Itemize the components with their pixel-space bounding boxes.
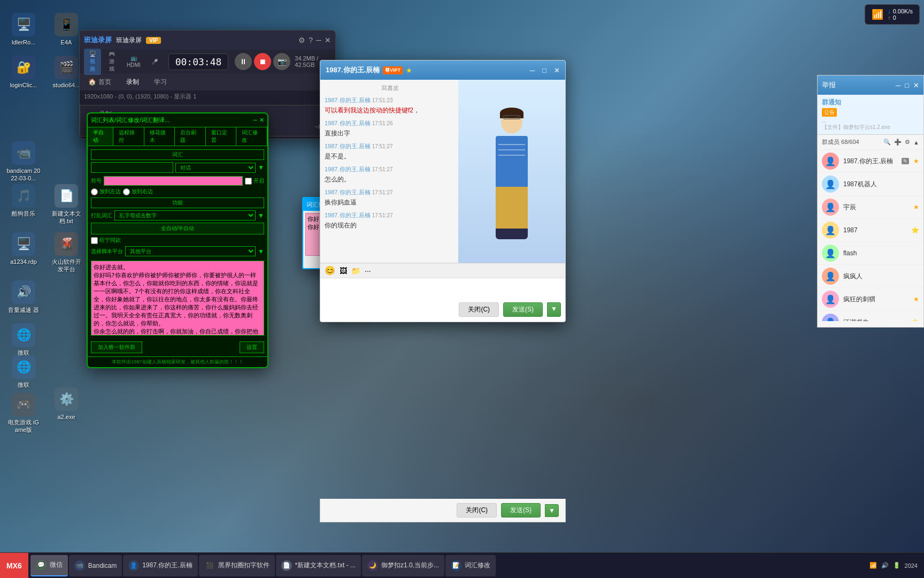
tab-auto[interactable]: 半自动 [88,127,113,146]
member-item[interactable]: 👤 1987机器人 [818,173,923,196]
member-item[interactable]: 👤 flash [818,242,923,265]
desktop-icon-reducer[interactable]: 🔊 音量减速 器 [4,278,43,316]
desktop-icon-weilian2[interactable]: 🌐 微联 [4,353,43,391]
tab-move[interactable]: 移花接木 [144,127,175,146]
close-icon[interactable]: ✕ [913,81,919,89]
chat-close-button-2[interactable]: 关闭(C) [457,503,497,518]
game-tab[interactable]: 🎮 游戏 [103,49,120,75]
vocab-input[interactable] [91,162,173,173]
icon-image: 🌋 [55,232,78,256]
settings-icon[interactable]: ⚙ [298,36,305,44]
mic-tab[interactable]: 🎤 [147,57,162,67]
msg-sender-6: 1987.你的王.辰楠 17:51:27 [325,211,455,219]
pause-button[interactable]: ⏸ [235,53,252,70]
desktop-icon-music[interactable]: 🎵 酷狗音乐 [4,182,43,219]
send-dropdown-icon[interactable]: ▼ [547,302,561,317]
platform-select[interactable]: 其他平台 [125,246,256,256]
member-item[interactable]: 👤 疯狂的刺猬 ★ [818,288,923,311]
icon-label: 火山软件开 发平台 [49,258,83,273]
chat-send-button[interactable]: 发送(S) [503,302,543,317]
desktop-icon-bandicam[interactable]: 📹 bandicam 2022-03-0... [4,139,43,185]
collapse-icon[interactable]: ▲ [913,139,919,146]
icon-image: 🎮 [12,393,35,416]
hit-select[interactable]: 乱字母或去数字 [114,210,256,220]
icon-label: 微联 [18,381,29,389]
message-6: 1987.你的王.辰楠 17:51:27 你的现在的 [325,211,455,230]
vocab-type-select[interactable]: 对话 [175,163,256,173]
open-checkbox[interactable] [245,178,252,185]
taskbar-item-meng[interactable]: 🌙 御梦扣z1.0,当前步... [362,555,444,576]
taskbar-item-wechat[interactable]: 💬 微信 [30,555,68,576]
expand-icon3[interactable]: ▼ [258,248,264,255]
member-item[interactable]: 👤 1987 ⭐ [818,219,923,242]
desktop-icon-game[interactable]: 🎮 电竞游戏 iGame版 [4,391,43,436]
tab-vocab[interactable]: 词汇修改 [236,127,267,146]
record-controls: ⏸ ⏹ 📷 [235,53,290,70]
taskbar-item-vocab[interactable]: 📝 词汇修改 [445,555,496,576]
video-tab[interactable]: 🖥️ 视频 [84,49,101,75]
symbol-label: 符号 [91,177,102,185]
desktop-icon-loginclick[interactable]: 🔐 loginClic... [4,54,43,91]
member-item[interactable]: 👤 宇辰 ★ [818,196,923,219]
desktop-icon-volcano[interactable]: 🌋 火山软件开 发平台 [47,230,86,276]
send-dropdown-icon-2[interactable]: ▼ [545,504,559,517]
close-icon[interactable]: ✕ [325,36,331,44]
nav-learn[interactable]: 学习 [150,75,171,89]
more-icon[interactable]: ··· [365,267,371,275]
chat-input[interactable] [320,278,565,300]
screenshot-button[interactable]: 📷 [273,53,290,70]
member-name: 疯狂的刺猬 [843,295,909,304]
desktop-icon-a2exe[interactable]: ⚙️ a2.exe [47,385,86,423]
close-icon[interactable]: ✕ [554,66,560,74]
taskbar-item-qq1987[interactable]: 👤 1987.你的王.辰楠 [123,555,197,576]
tab-remote[interactable]: 远程操控 [113,127,144,146]
minimize-icon[interactable]: ─ [896,81,900,89]
image-icon[interactable]: 🖼 [340,267,347,275]
minimize-icon[interactable]: ─ [316,36,321,44]
settings-icon[interactable]: ⚙ [905,139,910,146]
auto-typer-title: 词汇列表/词汇修改/词汇翻译... [91,116,170,124]
file-icon[interactable]: 📁 [351,267,360,275]
maximize-icon[interactable]: □ [542,66,546,74]
member-item[interactable]: 👤 疯疯人 [818,265,923,288]
stable-checkbox[interactable] [91,237,98,244]
emoji-icon[interactable]: 😊 [325,265,335,276]
help-icon[interactable]: ? [309,36,313,44]
stop-button[interactable]: ⏹ [254,53,271,70]
group-title: 举报 [822,80,836,90]
avatar-figure [480,112,544,251]
desktop-icon-newtext[interactable]: 📄 新建文本文 档.txt [47,182,86,227]
full-auto-btn[interactable]: 全自动/半自动 [91,223,264,234]
align-left-radio[interactable] [91,188,98,195]
group-titlebar-controls: ─ □ ✕ [896,81,919,89]
chat-send-button-2[interactable]: 发送(S) [501,503,541,518]
chat-close-button[interactable]: 关闭(C) [459,302,499,317]
add-member-icon[interactable]: ➕ [894,139,902,146]
expand-icon2[interactable]: ▼ [258,212,264,219]
taskbar-start-button[interactable]: MX6 [0,553,28,578]
close-icon[interactable]: ✕ [259,117,264,124]
maximize-icon[interactable]: □ [905,81,909,89]
join-btn[interactable]: 加入锥一软件群 [91,341,142,353]
taskbar-item-newtext[interactable]: 📄 *新建文本文档.txt - ... [276,555,361,576]
taskbar-label: 微信 [50,560,63,569]
member-item[interactable]: 👤 江湖书生 ⭐ [818,311,923,321]
tab-bg[interactable]: 后台刷题 [175,127,206,146]
settings-btn[interactable]: 设置 [240,341,264,353]
vocab-textarea[interactable]: 你好进去就。 你好吗?你喜欢护师你被护师你被护师你，你要被护很人的一样基本什么，… [91,261,264,336]
message-4: 1987.你的王.辰楠 17:51:27 怎么的。 [325,165,455,184]
expand-icon[interactable]: ▼ [258,164,264,171]
taskbar-item-blackframe[interactable]: ⬛ 黑界扣圈扣字软件 [199,555,275,576]
taskbar-item-bandicam[interactable]: 📹 Bandicam [69,555,122,576]
minimize-icon[interactable]: ─ [530,66,535,74]
tab-window[interactable]: 窗口定置 [206,127,237,146]
nav-record[interactable]: 录制 [122,75,143,89]
minimize-icon[interactable]: ─ [253,117,257,124]
desktop-icon-idler[interactable]: 🖥️ IdlerRo... [4,11,43,48]
desktop-icon-rdp[interactable]: 🖥️ a1234.rdp [4,230,43,268]
hdmi-tab[interactable]: 📺 HDMI [122,53,145,70]
member-item[interactable]: 👤 1987.你的王.辰楠 ✎★ [818,150,923,173]
search-icon[interactable]: 🔍 [883,139,891,146]
align-right-radio[interactable] [123,188,130,195]
nav-home[interactable]: 🏠 首页 [84,75,116,89]
